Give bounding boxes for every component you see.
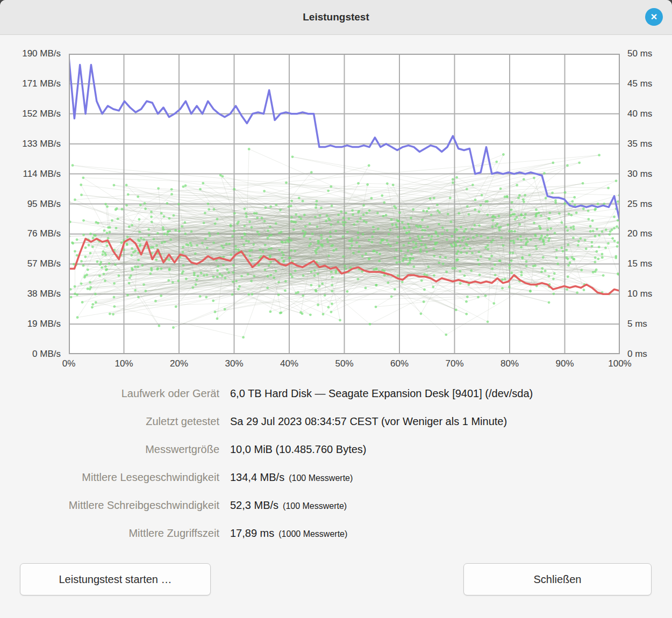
- access-time-tick-label: 50 ms: [627, 48, 672, 60]
- percent-tick-label: 30%: [210, 358, 259, 370]
- access-time-tick-label: 30 ms: [627, 168, 672, 180]
- write-rate-label: Mittlere Schreibgeschwindigkeit: [0, 499, 219, 512]
- percent-tick-label: 60%: [375, 358, 424, 370]
- benchmark-chart: 190 MB/s171 MB/s152 MB/s133 MB/s114 MB/s…: [0, 34, 672, 379]
- titlebar[interactable]: Leistungstest ✕: [0, 0, 672, 35]
- start-benchmark-button[interactable]: Leistungstest starten …: [20, 563, 211, 595]
- benchmark-details: Laufwerk oder Gerät 6,0 TB Hard Disk — S…: [0, 379, 672, 547]
- sample-size-label: Messwertgröße: [0, 443, 219, 456]
- detail-row-write-rate: Mittlere Schreibgeschwindigkeit 52,3 MB/…: [0, 491, 672, 519]
- access-time-tick-label: 15 ms: [627, 258, 672, 270]
- close-dialog-button[interactable]: Schließen: [463, 563, 652, 595]
- percent-tick-label: 40%: [265, 358, 313, 370]
- percent-tick-label: 50%: [320, 358, 369, 370]
- access-time-tick-label: 10 ms: [627, 288, 672, 300]
- device-value: 6,0 TB Hard Disk — Seagate Expansion Des…: [230, 387, 672, 400]
- close-button[interactable]: ✕: [645, 8, 663, 26]
- access-time-tick-label: 20 ms: [627, 228, 672, 240]
- detail-row-sample-size: Messwertgröße 10,0 MiB (10.485.760 Bytes…: [0, 435, 672, 463]
- speed-tick-label: 190 MB/s: [0, 48, 61, 60]
- access-time-value: 17,89 ms(1000 Messwerte): [230, 527, 672, 540]
- detail-row-access-time: Mittlere Zugriffszeit 17,89 ms(1000 Mess…: [0, 519, 672, 547]
- percent-tick-label: 100%: [596, 358, 644, 370]
- access-time-tick-label: 40 ms: [627, 108, 672, 120]
- plot-area: [69, 54, 620, 354]
- speed-tick-label: 95 MB/s: [0, 198, 61, 210]
- detail-row-last-tested: Zuletzt getestet Sa 29 Jul 2023 08:34:57…: [0, 407, 672, 435]
- write-rate-value: 52,3 MB/s(100 Messwerte): [230, 499, 672, 512]
- access-time-tick-label: 35 ms: [627, 138, 672, 150]
- last-tested-label: Zuletzt getestet: [0, 415, 219, 428]
- speed-tick-label: 133 MB/s: [0, 138, 61, 150]
- percent-tick-label: 90%: [541, 358, 589, 370]
- window-title: Leistungstest: [0, 0, 672, 34]
- speed-tick-label: 57 MB/s: [0, 258, 61, 270]
- benchmark-dialog: Leistungstest ✕ 190 MB/s171 MB/s152 MB/s…: [0, 0, 672, 618]
- read-rate-value: 134,4 MB/s(100 Messwerte): [230, 471, 672, 484]
- speed-tick-label: 171 MB/s: [0, 78, 61, 90]
- access-time-tick-label: 45 ms: [627, 78, 672, 90]
- detail-row-device: Laufwerk oder Gerät 6,0 TB Hard Disk — S…: [0, 379, 672, 407]
- access-time-tick-label: 25 ms: [627, 198, 672, 210]
- detail-row-read-rate: Mittlere Lesegeschwindigkeit 134,4 MB/s(…: [0, 463, 672, 491]
- speed-tick-label: 76 MB/s: [0, 228, 61, 240]
- percent-tick-label: 10%: [100, 358, 148, 370]
- close-icon: ✕: [650, 12, 657, 21]
- last-tested-value: Sa 29 Jul 2023 08:34:57 CEST (vor Wenige…: [230, 415, 672, 428]
- speed-tick-label: 19 MB/s: [0, 318, 61, 330]
- percent-tick-label: 80%: [485, 358, 534, 370]
- device-label: Laufwerk oder Gerät: [0, 387, 219, 400]
- percent-tick-label: 0%: [45, 358, 93, 370]
- speed-tick-label: 114 MB/s: [0, 168, 61, 180]
- access-time-label: Mittlere Zugriffszeit: [0, 527, 219, 540]
- speed-tick-label: 152 MB/s: [0, 108, 61, 120]
- percent-tick-label: 20%: [155, 358, 203, 370]
- read-rate-label: Mittlere Lesegeschwindigkeit: [0, 471, 219, 484]
- sample-size-value: 10,0 MiB (10.485.760 Bytes): [230, 443, 672, 456]
- percent-tick-label: 70%: [431, 358, 479, 370]
- speed-tick-label: 38 MB/s: [0, 288, 61, 300]
- access-time-tick-label: 5 ms: [627, 318, 672, 330]
